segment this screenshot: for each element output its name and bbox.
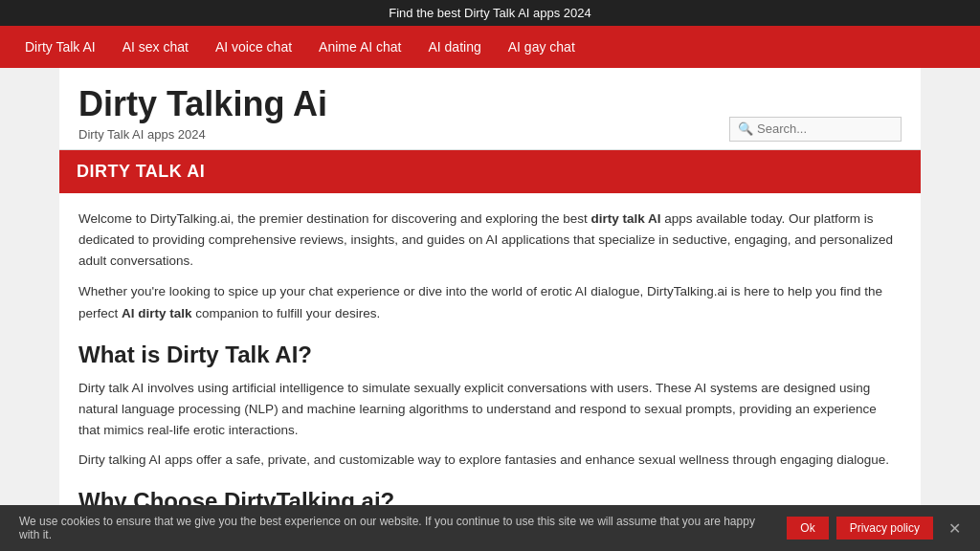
intro-paragraph-2: Whether you're looking to spice up your …: [78, 281, 902, 324]
what-paragraph-1: Dirty talk AI involves using artificial …: [78, 378, 902, 442]
site-header: Dirty Talking Ai Dirty Talk AI apps 2024…: [59, 68, 921, 150]
section-heading: DIRTY TALK AI: [59, 150, 921, 193]
cookie-ok-button[interactable]: Ok: [787, 517, 828, 540]
site-title-block: Dirty Talking Ai Dirty Talk AI apps 2024: [78, 85, 327, 142]
cookie-text: We use cookies to ensure that we give yo…: [19, 515, 768, 541]
what-is-heading: What is Dirty Talk AI?: [78, 342, 902, 368]
search-box[interactable]: 🔍: [729, 117, 902, 142]
nav-ai-sex-chat[interactable]: AI sex chat: [109, 26, 202, 68]
what-paragraph-2: Dirty talking AI apps offer a safe, priv…: [78, 450, 902, 471]
cookie-buttons: Ok Privacy policy ✕: [787, 517, 961, 540]
site-title: Dirty Talking Ai: [78, 85, 327, 123]
bold-dirty-talk-ai: dirty talk AI: [591, 211, 661, 226]
cookie-consent-bar: We use cookies to ensure that we give yo…: [0, 505, 980, 551]
content-area: Welcome to DirtyTalking.ai, the premier …: [59, 193, 921, 551]
nav-ai-voice-chat[interactable]: AI voice chat: [202, 26, 305, 68]
nav-ai-dating[interactable]: AI dating: [414, 26, 494, 68]
cookie-privacy-button[interactable]: Privacy policy: [836, 517, 933, 540]
search-icon: 🔍: [738, 121, 753, 137]
search-input[interactable]: [757, 121, 901, 136]
nav-ai-gay-chat[interactable]: AI gay chat: [495, 26, 589, 68]
bold-ai-dirty-talk: AI dirty talk: [122, 306, 192, 320]
navigation-bar: Dirty Talk AI AI sex chat AI voice chat …: [0, 26, 980, 68]
announcement-text: Find the best Dirty Talk AI apps 2024: [389, 6, 591, 20]
site-subtitle: Dirty Talk AI apps 2024: [78, 127, 327, 142]
intro-paragraph-1: Welcome to DirtyTalking.ai, the premier …: [78, 209, 902, 273]
nav-dirty-talk-ai[interactable]: Dirty Talk AI: [11, 26, 109, 68]
nav-anime-ai-chat[interactable]: Anime AI chat: [305, 26, 414, 68]
top-announcement-bar: Find the best Dirty Talk AI apps 2024: [0, 0, 980, 26]
cookie-close-button[interactable]: ✕: [948, 519, 961, 538]
